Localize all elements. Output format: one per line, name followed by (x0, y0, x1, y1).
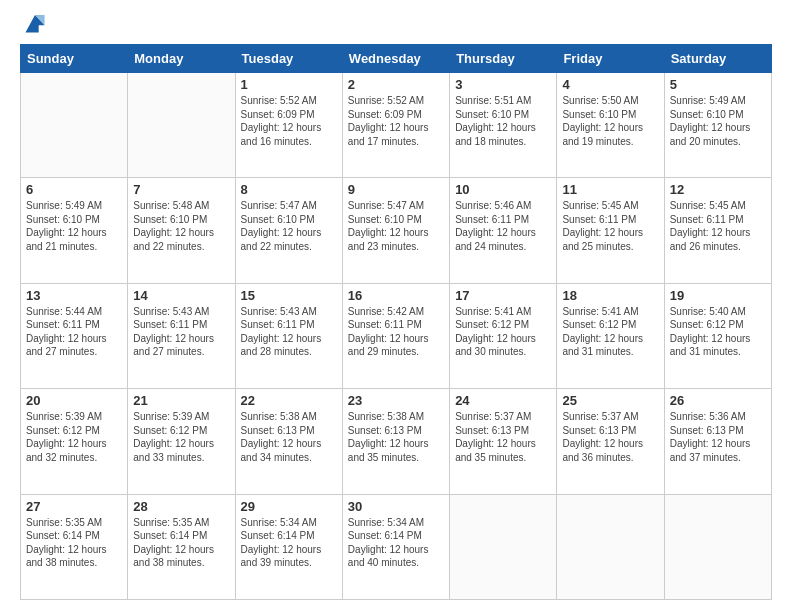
day-number: 28 (133, 499, 229, 514)
day-number: 13 (26, 288, 122, 303)
calendar-cell: 15Sunrise: 5:43 AM Sunset: 6:11 PM Dayli… (235, 283, 342, 388)
calendar-cell: 21Sunrise: 5:39 AM Sunset: 6:12 PM Dayli… (128, 389, 235, 494)
day-info: Sunrise: 5:51 AM Sunset: 6:10 PM Dayligh… (455, 94, 551, 148)
day-info: Sunrise: 5:40 AM Sunset: 6:12 PM Dayligh… (670, 305, 766, 359)
calendar-cell (557, 494, 664, 599)
week-row-2: 6Sunrise: 5:49 AM Sunset: 6:10 PM Daylig… (21, 178, 772, 283)
day-number: 7 (133, 182, 229, 197)
calendar-cell: 17Sunrise: 5:41 AM Sunset: 6:12 PM Dayli… (450, 283, 557, 388)
day-info: Sunrise: 5:50 AM Sunset: 6:10 PM Dayligh… (562, 94, 658, 148)
calendar-cell: 3Sunrise: 5:51 AM Sunset: 6:10 PM Daylig… (450, 73, 557, 178)
calendar-cell (21, 73, 128, 178)
calendar-cell (450, 494, 557, 599)
calendar-cell: 1Sunrise: 5:52 AM Sunset: 6:09 PM Daylig… (235, 73, 342, 178)
day-info: Sunrise: 5:34 AM Sunset: 6:14 PM Dayligh… (348, 516, 444, 570)
calendar-cell: 26Sunrise: 5:36 AM Sunset: 6:13 PM Dayli… (664, 389, 771, 494)
calendar-table: SundayMondayTuesdayWednesdayThursdayFrid… (20, 44, 772, 600)
day-number: 15 (241, 288, 337, 303)
day-info: Sunrise: 5:47 AM Sunset: 6:10 PM Dayligh… (241, 199, 337, 253)
calendar-cell: 7Sunrise: 5:48 AM Sunset: 6:10 PM Daylig… (128, 178, 235, 283)
day-info: Sunrise: 5:44 AM Sunset: 6:11 PM Dayligh… (26, 305, 122, 359)
weekday-header-sunday: Sunday (21, 45, 128, 73)
day-number: 5 (670, 77, 766, 92)
calendar-cell: 16Sunrise: 5:42 AM Sunset: 6:11 PM Dayli… (342, 283, 449, 388)
calendar-cell: 5Sunrise: 5:49 AM Sunset: 6:10 PM Daylig… (664, 73, 771, 178)
day-number: 19 (670, 288, 766, 303)
calendar-cell: 10Sunrise: 5:46 AM Sunset: 6:11 PM Dayli… (450, 178, 557, 283)
logo (20, 16, 46, 34)
day-number: 26 (670, 393, 766, 408)
calendar-cell: 20Sunrise: 5:39 AM Sunset: 6:12 PM Dayli… (21, 389, 128, 494)
day-info: Sunrise: 5:39 AM Sunset: 6:12 PM Dayligh… (26, 410, 122, 464)
day-info: Sunrise: 5:49 AM Sunset: 6:10 PM Dayligh… (26, 199, 122, 253)
day-info: Sunrise: 5:34 AM Sunset: 6:14 PM Dayligh… (241, 516, 337, 570)
day-number: 23 (348, 393, 444, 408)
week-row-4: 20Sunrise: 5:39 AM Sunset: 6:12 PM Dayli… (21, 389, 772, 494)
day-number: 8 (241, 182, 337, 197)
day-info: Sunrise: 5:49 AM Sunset: 6:10 PM Dayligh… (670, 94, 766, 148)
day-info: Sunrise: 5:43 AM Sunset: 6:11 PM Dayligh… (133, 305, 229, 359)
week-row-3: 13Sunrise: 5:44 AM Sunset: 6:11 PM Dayli… (21, 283, 772, 388)
day-info: Sunrise: 5:45 AM Sunset: 6:11 PM Dayligh… (670, 199, 766, 253)
calendar-cell: 8Sunrise: 5:47 AM Sunset: 6:10 PM Daylig… (235, 178, 342, 283)
weekday-header-thursday: Thursday (450, 45, 557, 73)
weekday-header-saturday: Saturday (664, 45, 771, 73)
day-number: 18 (562, 288, 658, 303)
calendar-cell: 14Sunrise: 5:43 AM Sunset: 6:11 PM Dayli… (128, 283, 235, 388)
weekday-header-wednesday: Wednesday (342, 45, 449, 73)
calendar-cell (664, 494, 771, 599)
day-number: 9 (348, 182, 444, 197)
day-info: Sunrise: 5:42 AM Sunset: 6:11 PM Dayligh… (348, 305, 444, 359)
weekday-header-row: SundayMondayTuesdayWednesdayThursdayFrid… (21, 45, 772, 73)
calendar-cell: 28Sunrise: 5:35 AM Sunset: 6:14 PM Dayli… (128, 494, 235, 599)
weekday-header-tuesday: Tuesday (235, 45, 342, 73)
calendar-cell: 27Sunrise: 5:35 AM Sunset: 6:14 PM Dayli… (21, 494, 128, 599)
weekday-header-friday: Friday (557, 45, 664, 73)
calendar-cell: 11Sunrise: 5:45 AM Sunset: 6:11 PM Dayli… (557, 178, 664, 283)
day-info: Sunrise: 5:45 AM Sunset: 6:11 PM Dayligh… (562, 199, 658, 253)
day-info: Sunrise: 5:41 AM Sunset: 6:12 PM Dayligh… (562, 305, 658, 359)
calendar-cell: 23Sunrise: 5:38 AM Sunset: 6:13 PM Dayli… (342, 389, 449, 494)
day-number: 12 (670, 182, 766, 197)
calendar-cell: 24Sunrise: 5:37 AM Sunset: 6:13 PM Dayli… (450, 389, 557, 494)
calendar-cell: 19Sunrise: 5:40 AM Sunset: 6:12 PM Dayli… (664, 283, 771, 388)
day-number: 14 (133, 288, 229, 303)
weekday-header-monday: Monday (128, 45, 235, 73)
week-row-1: 1Sunrise: 5:52 AM Sunset: 6:09 PM Daylig… (21, 73, 772, 178)
day-info: Sunrise: 5:47 AM Sunset: 6:10 PM Dayligh… (348, 199, 444, 253)
day-number: 10 (455, 182, 551, 197)
day-info: Sunrise: 5:41 AM Sunset: 6:12 PM Dayligh… (455, 305, 551, 359)
day-number: 20 (26, 393, 122, 408)
day-number: 29 (241, 499, 337, 514)
calendar-cell: 30Sunrise: 5:34 AM Sunset: 6:14 PM Dayli… (342, 494, 449, 599)
day-number: 21 (133, 393, 229, 408)
day-number: 2 (348, 77, 444, 92)
page: SundayMondayTuesdayWednesdayThursdayFrid… (0, 0, 792, 612)
day-number: 4 (562, 77, 658, 92)
day-info: Sunrise: 5:37 AM Sunset: 6:13 PM Dayligh… (562, 410, 658, 464)
logo-icon (24, 12, 46, 34)
calendar-cell: 9Sunrise: 5:47 AM Sunset: 6:10 PM Daylig… (342, 178, 449, 283)
calendar-cell: 12Sunrise: 5:45 AM Sunset: 6:11 PM Dayli… (664, 178, 771, 283)
day-number: 6 (26, 182, 122, 197)
day-number: 22 (241, 393, 337, 408)
day-number: 27 (26, 499, 122, 514)
day-info: Sunrise: 5:48 AM Sunset: 6:10 PM Dayligh… (133, 199, 229, 253)
calendar-cell: 4Sunrise: 5:50 AM Sunset: 6:10 PM Daylig… (557, 73, 664, 178)
calendar-cell: 25Sunrise: 5:37 AM Sunset: 6:13 PM Dayli… (557, 389, 664, 494)
day-number: 16 (348, 288, 444, 303)
day-number: 17 (455, 288, 551, 303)
day-info: Sunrise: 5:38 AM Sunset: 6:13 PM Dayligh… (241, 410, 337, 464)
day-info: Sunrise: 5:35 AM Sunset: 6:14 PM Dayligh… (26, 516, 122, 570)
calendar-cell: 13Sunrise: 5:44 AM Sunset: 6:11 PM Dayli… (21, 283, 128, 388)
calendar-cell: 29Sunrise: 5:34 AM Sunset: 6:14 PM Dayli… (235, 494, 342, 599)
day-info: Sunrise: 5:43 AM Sunset: 6:11 PM Dayligh… (241, 305, 337, 359)
day-info: Sunrise: 5:36 AM Sunset: 6:13 PM Dayligh… (670, 410, 766, 464)
day-number: 1 (241, 77, 337, 92)
day-number: 30 (348, 499, 444, 514)
calendar-cell: 2Sunrise: 5:52 AM Sunset: 6:09 PM Daylig… (342, 73, 449, 178)
calendar-cell: 22Sunrise: 5:38 AM Sunset: 6:13 PM Dayli… (235, 389, 342, 494)
day-number: 25 (562, 393, 658, 408)
calendar-cell: 18Sunrise: 5:41 AM Sunset: 6:12 PM Dayli… (557, 283, 664, 388)
day-info: Sunrise: 5:39 AM Sunset: 6:12 PM Dayligh… (133, 410, 229, 464)
